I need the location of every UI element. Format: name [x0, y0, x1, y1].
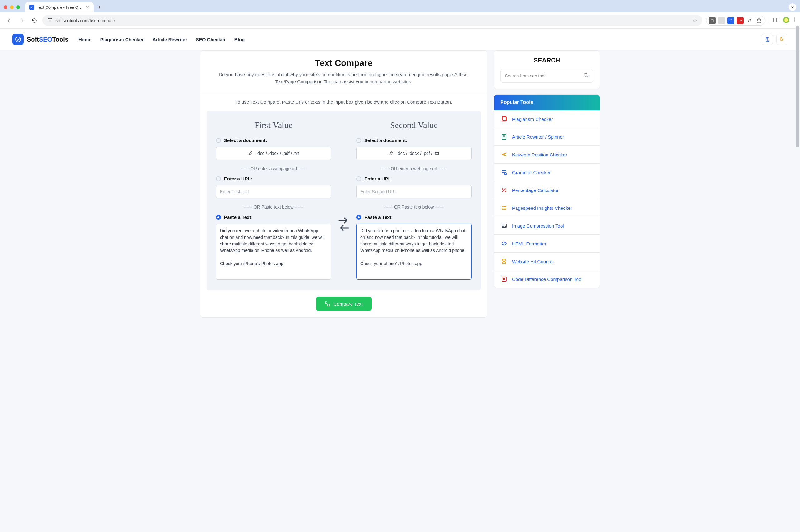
tool-icon	[500, 169, 508, 176]
tool-item[interactable]: Percentage Calculator	[494, 182, 600, 199]
svg-rect-3	[50, 20, 52, 20]
extension-icon[interactable]: ⬚	[727, 17, 734, 24]
forward-button[interactable]	[18, 16, 26, 25]
dark-mode-button[interactable]	[776, 34, 787, 45]
second-textarea[interactable]	[356, 224, 472, 280]
select-document-radio[interactable]: Select a document:	[216, 138, 331, 143]
close-window-button[interactable]	[4, 5, 7, 9]
tab-close-button[interactable]: ✕	[86, 5, 89, 10]
radio-icon	[216, 138, 221, 143]
tool-icon	[500, 276, 508, 283]
svg-point-10	[794, 21, 795, 22]
tool-label: Pagespeed Insights Checker	[512, 205, 572, 211]
logo[interactable]: SoftSEOTools	[13, 34, 69, 45]
extensions-menu-icon[interactable]	[756, 17, 763, 24]
swap-icon	[331, 168, 356, 233]
or-separator: ------ OR enter a webpage url ------	[356, 166, 472, 171]
nav-link-plagiarism[interactable]: Plagiarism Checker	[100, 37, 144, 42]
tool-icon	[500, 240, 508, 247]
svg-point-11	[16, 37, 21, 42]
file-upload-button[interactable]: .doc / .docx / .pdf / .txt	[216, 147, 331, 160]
tool-item[interactable]: Grammar Checker	[494, 164, 600, 182]
tool-label: HTML Formatter	[512, 241, 546, 246]
tool-item[interactable]: Article Rewriter / Spinner	[494, 128, 600, 146]
divider	[769, 18, 769, 24]
logo-text: SoftSEOTools	[27, 36, 69, 43]
nav-link-home[interactable]: Home	[78, 37, 92, 42]
maximize-window-button[interactable]	[16, 5, 20, 9]
nav-link-seo[interactable]: SEO Checker	[196, 37, 225, 42]
second-value-column: Second Value Select a document: .doc / .…	[356, 120, 472, 281]
tool-label: Image Compression Tool	[512, 223, 564, 229]
tool-icon	[500, 133, 508, 140]
compare-text-button[interactable]: Compare Text	[316, 297, 371, 311]
search-title: SEARCH	[500, 57, 594, 64]
tool-label: Percentage Calculator	[512, 188, 559, 193]
second-url-input[interactable]: Enter Second URL	[356, 185, 472, 198]
svg-rect-13	[328, 304, 330, 306]
enter-url-radio[interactable]: Enter a URL:	[216, 176, 331, 182]
instruction-text: To use Text Compare, Paste Urls or texts…	[200, 93, 487, 111]
tool-label: Grammar Checker	[512, 170, 551, 175]
search-input[interactable]	[500, 69, 594, 83]
profile-avatar-icon[interactable]	[783, 17, 789, 24]
nav-link-rewriter[interactable]: Article Rewriter	[152, 37, 187, 42]
scrollbar[interactable]	[796, 25, 799, 330]
bookmark-star-icon[interactable]: ☆	[693, 18, 697, 23]
extension-icon[interactable]	[718, 17, 725, 24]
svg-point-7	[784, 18, 788, 22]
extension-icon[interactable]: ▢	[709, 17, 716, 24]
tool-item[interactable]: Image Compression Tool	[494, 217, 600, 235]
tab-dropdown-button[interactable]	[789, 3, 796, 11]
enter-url-radio[interactable]: Enter a URL:	[356, 176, 472, 182]
file-upload-button[interactable]: .doc / .docx / .pdf / .txt	[356, 147, 472, 160]
tool-item[interactable]: Website Hit Counter	[494, 252, 600, 270]
menu-dots-icon[interactable]	[794, 18, 795, 24]
tool-item[interactable]: Pagespeed Insights Checker	[494, 199, 600, 217]
tool-item[interactable]: Code Difference Comparison Tool	[494, 270, 600, 288]
logo-icon	[13, 34, 24, 45]
tool-item[interactable]: Plagiarism Checker	[494, 110, 600, 128]
nav-link-blog[interactable]: Blog	[234, 37, 245, 42]
tool-icon	[500, 151, 508, 158]
compare-icon	[325, 301, 330, 307]
radio-icon	[216, 176, 221, 182]
tool-item[interactable]: HTML Formatter	[494, 235, 600, 252]
paste-text-radio[interactable]: Paste a Text:	[216, 214, 331, 220]
svg-rect-2	[48, 20, 50, 20]
nav-links: Home Plagiarism Checker Article Rewriter…	[78, 37, 245, 42]
svg-line-15	[587, 76, 588, 77]
compare-area: First Value Select a document: .doc / .d…	[206, 111, 481, 290]
text-direction-button[interactable]	[762, 34, 773, 45]
reload-button[interactable]	[30, 16, 39, 25]
extension-icon-off[interactable]: off	[737, 17, 744, 24]
tool-item[interactable]: Keyword Position Checker	[494, 146, 600, 164]
column-title: First Value	[216, 120, 331, 130]
first-url-input[interactable]: Enter First URL	[216, 185, 331, 198]
tool-label: Plagiarism Checker	[512, 116, 553, 122]
tool-label: Code Difference Comparison Tool	[512, 277, 582, 282]
attachment-icon	[388, 151, 394, 156]
back-button[interactable]	[5, 16, 14, 25]
select-document-radio[interactable]: Select a document:	[356, 138, 472, 143]
radio-icon	[356, 138, 361, 143]
search-field[interactable]	[505, 73, 580, 78]
paste-text-radio[interactable]: Paste a Text:	[356, 214, 472, 220]
main-panel: Text Compare Do you have any questions a…	[200, 50, 488, 318]
or-separator: ------ OR Paste text below ------	[216, 205, 331, 209]
svg-point-14	[584, 73, 587, 76]
extension-icon[interactable]: f?	[746, 17, 753, 24]
svg-point-9	[794, 19, 795, 20]
search-icon[interactable]	[583, 72, 589, 79]
scrollbar-thumb[interactable]	[796, 25, 799, 147]
panel-icon[interactable]	[773, 17, 779, 24]
svg-point-8	[794, 18, 795, 18]
minimize-window-button[interactable]	[10, 5, 14, 9]
new-tab-button[interactable]: +	[96, 2, 103, 12]
site-settings-icon[interactable]	[48, 18, 53, 23]
address-bar[interactable]: softseotools.com/text-compare ☆	[42, 15, 702, 26]
first-textarea[interactable]	[216, 224, 331, 280]
browser-tab[interactable]: ✓ Text Compare - Free Online T ✕	[25, 2, 94, 12]
site-navigation: SoftSEOTools Home Plagiarism Checker Art…	[0, 29, 800, 50]
popular-tools-header: Popular Tools	[494, 95, 600, 110]
